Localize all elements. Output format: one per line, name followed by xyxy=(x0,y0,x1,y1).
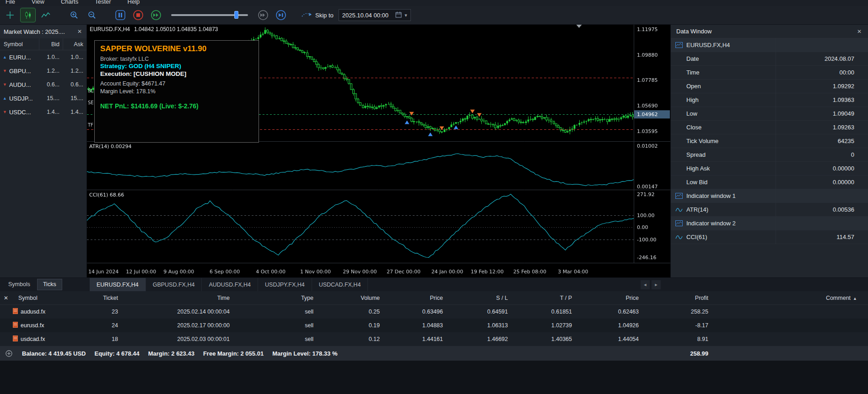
fast-forward-button[interactable] xyxy=(149,8,163,22)
indicator-window-label: Indicator window 2 xyxy=(686,220,868,227)
cell-price: 0.63496 xyxy=(384,309,447,315)
bid-value: 1.4... xyxy=(39,109,63,115)
cell-price-current: 0.62463 xyxy=(577,309,643,315)
tab-scroll-left-icon[interactable]: ◄ xyxy=(641,280,650,289)
cell-profit: -8.17 xyxy=(643,322,713,329)
market-watch-row-gbpu[interactable]: ▼GBPU...1.2...1.2... xyxy=(0,64,86,78)
skip-date-input[interactable]: 2025.10.04 00:00 ▾ xyxy=(339,9,411,21)
chart-ohlc-values: 1.04842 1.05010 1.04835 1.04873 xyxy=(134,26,218,32)
ea-info-panel: SAPPER WOLVERINE v11.90 Broker: tastyfx … xyxy=(94,40,259,143)
workspace: Market Watch : 2025.... ✕ Symbol Bid Ask… xyxy=(0,25,868,277)
bottom-tabs-row: SymbolsTicks EURUSD.FX,H4GBPUSD.FX,H4AUD… xyxy=(0,277,868,291)
column-header-type[interactable]: Type xyxy=(234,295,318,301)
market-watch-close-icon[interactable]: ✕ xyxy=(76,28,83,35)
symbol-label: audusd.fx xyxy=(21,309,45,315)
market-watch-row-usdc[interactable]: ▼USDC...1.4...1.4... xyxy=(0,105,86,119)
trade-row-usdcad-fx[interactable]: usdcad.fx182025.02.03 00:00:01sell0.121.… xyxy=(0,332,868,346)
market-watch-row-usdjp[interactable]: ▲USDJP...15....15.... xyxy=(0,91,86,105)
bid-value: 15.... xyxy=(39,95,63,101)
row-value: 1.09049 xyxy=(790,110,868,117)
price-down-icon: ▼ xyxy=(3,83,7,87)
zoom-out-icon[interactable] xyxy=(85,8,99,22)
column-header-profit[interactable]: Profit xyxy=(643,295,713,301)
data-window-row-time: Time00:00 xyxy=(671,66,868,80)
market-watch-row-audu[interactable]: ▼AUDU...0.6...0.6... xyxy=(0,78,86,91)
tab-symbols[interactable]: Symbols xyxy=(3,279,36,290)
price-up-icon: ▲ xyxy=(3,55,7,59)
market-watch-row-euru[interactable]: ▲EURU...1.0...1.0... xyxy=(0,50,86,64)
crosshair-icon[interactable] xyxy=(3,8,17,22)
column-header-ticket[interactable]: Ticket xyxy=(92,295,123,301)
symbol-cell: ▼USDC... xyxy=(0,109,39,116)
toolbox-tabs: SymbolsTicks xyxy=(0,278,90,291)
tab-scroll-right-icon[interactable]: ► xyxy=(652,280,661,289)
calendar-icon[interactable] xyxy=(395,11,402,19)
menu-item-charts[interactable]: Charts xyxy=(61,0,78,4)
symbol-cell: usdcad.fx xyxy=(12,335,92,343)
cell-ticket: 18 xyxy=(92,336,123,342)
symbol-label: USDC... xyxy=(9,109,31,116)
cell-sl: 1.46692 xyxy=(447,336,512,342)
candlestick-chart-icon[interactable] xyxy=(21,8,35,22)
row-value: 0.00536 xyxy=(790,206,868,213)
column-header-price[interactable]: Price xyxy=(577,295,643,301)
speed-slider[interactable] xyxy=(171,8,248,22)
chart-tabs: EURUSD.FX,H4GBPUSD.FX,H4AUDUSD.FX,H4USDJ… xyxy=(90,278,368,291)
column-header-s-l[interactable]: S / L xyxy=(447,295,512,301)
indicator-window-label: Indicator window 1 xyxy=(686,192,868,199)
row-value: 1.09292 xyxy=(790,83,868,90)
zoom-in-icon[interactable] xyxy=(67,8,81,22)
ea-title: SAPPER WOLVERINE v11.90 xyxy=(100,44,253,53)
symbol-cell: eurusd.fx xyxy=(12,322,92,329)
symbol-cell: ▲EURU... xyxy=(0,54,39,61)
symbol-cell: ▼GBPU... xyxy=(0,68,39,75)
row-name: ATR(14) xyxy=(686,206,790,213)
tab-ticks[interactable]: Ticks xyxy=(38,279,62,290)
menu-bar: File View Charts Tester Help xyxy=(0,0,868,6)
column-header-volume[interactable]: Volume xyxy=(318,295,384,301)
trade-row-eurusd-fx[interactable]: eurusd.fx242025.02.17 00:00:00sell0.191.… xyxy=(0,319,868,332)
menu-item-help[interactable]: Help xyxy=(128,0,140,4)
row-name: Time xyxy=(686,69,790,76)
symbol-cell: ▼AUDU... xyxy=(0,81,39,88)
menu-item-tester[interactable]: Tester xyxy=(95,0,111,4)
plus-circle-icon[interactable] xyxy=(5,350,12,357)
row-name: Low Bid xyxy=(686,179,790,186)
skip-date-value: 2025.10.04 00:00 xyxy=(342,12,393,19)
symbol-cell: audusd.fx xyxy=(12,308,92,315)
column-header-comment[interactable]: Comment▲ xyxy=(713,295,868,301)
stop-button[interactable] xyxy=(131,8,146,22)
column-header-t-p[interactable]: T / P xyxy=(512,295,577,301)
chart-tab-usdcad-fx-h4[interactable]: USDCAD.FX,H4 xyxy=(312,278,368,291)
slider-handle[interactable] xyxy=(234,11,238,19)
ask-value: 1.2... xyxy=(63,68,86,74)
toolbox-close-icon[interactable]: ✕ xyxy=(0,295,12,301)
empty-footer-area xyxy=(0,361,868,394)
chart-tab-gbpusd-fx-h4[interactable]: GBPUSD.FX,H4 xyxy=(146,278,202,291)
tester-toolbar: Skip to 2025.10.04 00:00 ▾ xyxy=(0,6,868,25)
data-window-row-atr-14: ATR(14)0.00536 xyxy=(671,203,868,217)
menu-item-file[interactable]: File xyxy=(5,0,15,4)
row-value: 1.09263 xyxy=(790,124,868,131)
line-chart-icon[interactable] xyxy=(38,8,53,22)
column-header-time[interactable]: Time xyxy=(123,295,234,301)
chart-tab-audusd-fx-h4[interactable]: AUDUSD.FX,H4 xyxy=(202,278,258,291)
menu-item-view[interactable]: View xyxy=(32,0,44,4)
chart-tab-usdjpy-fx-h4[interactable]: USDJPY.FX,H4 xyxy=(258,278,312,291)
data-window-row-low: Low1.09049 xyxy=(671,107,868,121)
trade-row-audusd-fx[interactable]: audusd.fx232025.02.14 00:00:04sell0.250.… xyxy=(0,305,868,319)
indicator-curve-icon xyxy=(675,234,684,240)
column-header-price[interactable]: Price xyxy=(384,295,447,301)
pause-button[interactable] xyxy=(113,8,128,22)
column-header-symbol[interactable]: Symbol xyxy=(12,295,92,301)
tab-scroll-arrows: ◄ ► xyxy=(641,280,661,289)
chevron-down-icon[interactable]: ▾ xyxy=(404,12,407,18)
data-window-row-low-bid: Low Bid0.00000 xyxy=(671,176,868,189)
skip-to-end-button[interactable] xyxy=(274,8,288,22)
data-window-close-icon[interactable]: ✕ xyxy=(856,28,863,35)
cell-volume: 0.19 xyxy=(318,322,384,329)
chart-tab-eurusd-fx-h4[interactable]: EURUSD.FX,H4 xyxy=(90,278,146,291)
cell-ticket: 24 xyxy=(92,322,123,329)
skip-forward-button-disabled[interactable] xyxy=(256,8,270,22)
symbol-label: eurusd.fx xyxy=(21,322,44,329)
